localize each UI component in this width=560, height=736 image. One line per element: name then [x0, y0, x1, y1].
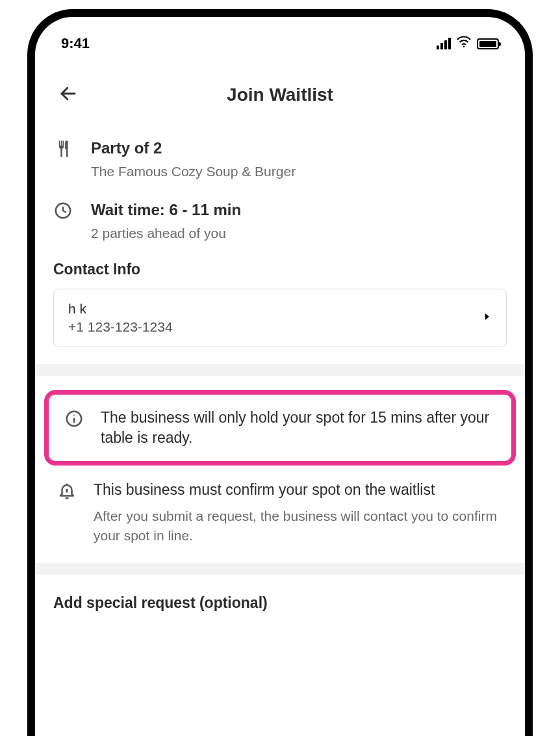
- contact-phone: +1 123-123-1234: [68, 319, 173, 335]
- wifi-icon: [456, 35, 472, 52]
- party-size-label: Party of 2: [91, 138, 296, 158]
- utensils-icon: [53, 139, 73, 159]
- wait-time-label: Wait time: 6 - 11 min: [91, 200, 241, 220]
- section-separator: [35, 563, 525, 575]
- status-bar-right: [437, 35, 499, 52]
- party-info-row: Party of 2 The Famous Cozy Soup & Burger: [53, 138, 507, 181]
- info-icon: [64, 409, 84, 428]
- contact-info-heading: Contact Info: [53, 261, 507, 278]
- confirm-notice-subtitle: After you submit a request, the business…: [94, 506, 503, 545]
- parties-ahead-label: 2 parties ahead of you: [91, 224, 241, 243]
- phone-frame: 9:41: [27, 9, 533, 736]
- svg-point-6: [73, 415, 75, 416]
- bell-icon: [57, 481, 77, 501]
- confirm-notice-row: This business must confirm your spot on …: [53, 475, 507, 550]
- hold-spot-notice: The business will only hold your spot fo…: [101, 408, 496, 448]
- confirm-notice-title: This business must confirm your spot on …: [94, 480, 503, 500]
- nav-header: Join Waitlist: [35, 59, 525, 118]
- contact-name: h k: [68, 301, 173, 317]
- wait-time-row: Wait time: 6 - 11 min 2 parties ahead of…: [53, 200, 507, 243]
- status-bar: 9:41: [35, 17, 525, 59]
- status-time: 9:41: [61, 35, 90, 52]
- back-button[interactable]: [58, 84, 78, 106]
- page-title: Join Waitlist: [55, 85, 505, 105]
- battery-icon: [477, 38, 499, 49]
- clock-icon: [53, 201, 73, 220]
- contact-info-card[interactable]: h k +1 123-123-1234: [53, 289, 507, 347]
- chevron-right-icon: [483, 312, 492, 324]
- special-request-heading[interactable]: Add special request (optional): [53, 575, 507, 612]
- section-separator: [35, 364, 525, 376]
- hold-spot-highlight: The business will only hold your spot fo…: [44, 390, 516, 466]
- restaurant-name: The Famous Cozy Soup & Burger: [91, 162, 296, 181]
- cellular-signal-icon: [437, 38, 451, 49]
- svg-marker-3: [485, 313, 489, 320]
- svg-point-0: [463, 46, 465, 47]
